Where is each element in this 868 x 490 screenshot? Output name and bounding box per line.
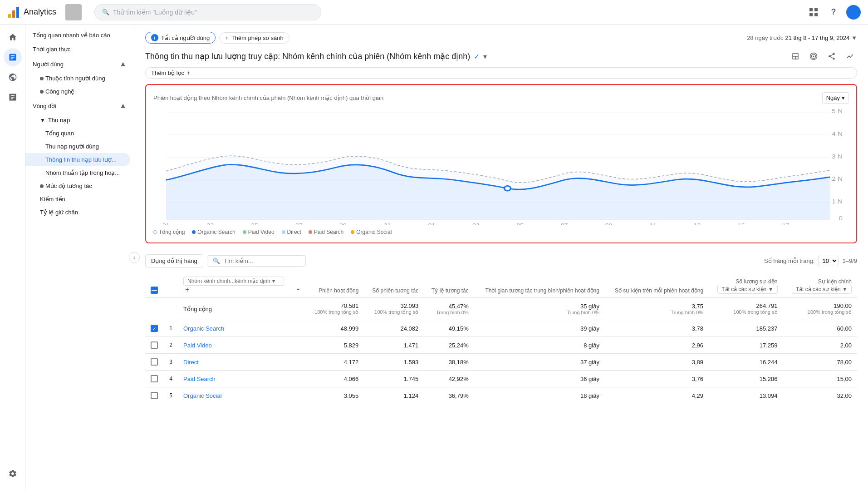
- row-link-5[interactable]: Organic Social: [183, 392, 222, 399]
- td-events-4: 15.286: [709, 371, 783, 387]
- svg-text:5 N: 5 N: [832, 109, 843, 114]
- row-checkbox-5[interactable]: [151, 392, 158, 399]
- chart-legend: Tổng cộng Organic Search Paid Video Dire…: [153, 229, 849, 235]
- select-all-checkbox[interactable]: —: [151, 287, 158, 294]
- td-checkbox-2[interactable]: [145, 337, 163, 354]
- settings-nav-item[interactable]: [4, 465, 22, 483]
- td-eps-4: 3,76: [605, 371, 709, 387]
- th-engagement-rate[interactable]: Tỷ lệ tương tác: [424, 273, 474, 298]
- apps-grid-button[interactable]: [806, 5, 821, 20]
- chart-toggle-button[interactable]: [843, 49, 857, 64]
- td-sessions-2: 5.829: [307, 337, 364, 354]
- analytics-logo-icon: [7, 6, 20, 19]
- add-column-icon[interactable]: +: [185, 286, 189, 293]
- expand-users-icon: ▲: [119, 60, 127, 68]
- sidebar-section-lifecycle[interactable]: Vòng đời ▲: [25, 98, 134, 114]
- event-count-selector[interactable]: Tất cả các sự kiện ▼: [717, 285, 777, 294]
- sidebar-item-user-attributes[interactable]: Thuộc tính người dùng: [25, 72, 130, 85]
- page-title-text: Thông tin thu nạp lưu lượng truy cập: Nh…: [145, 51, 470, 61]
- legend-organic-social[interactable]: Organic Social: [351, 229, 392, 235]
- row-checkbox-2[interactable]: [151, 342, 158, 349]
- row-checkbox-3[interactable]: [151, 358, 158, 366]
- sidebar-item-traffic-acquisition[interactable]: Thông tin thu nạp lưu lượ...: [25, 153, 130, 166]
- th-avg-engagement-time[interactable]: Thời gian tương tác trung bình/phiên hoạ…: [474, 273, 605, 298]
- add-icon: +: [225, 35, 229, 41]
- sidebar-section-users[interactable]: Người dùng ▲: [25, 56, 134, 72]
- title-actions: [788, 49, 857, 64]
- sidebar-item-engagement[interactable]: Mức độ tương tác: [25, 179, 130, 193]
- sidebar-item-overview[interactable]: Tổng quan nhanh về báo cáo: [25, 28, 130, 42]
- verified-icon: ✓: [474, 52, 480, 61]
- filter-label: Thêm bộ lọc: [151, 69, 184, 76]
- legend-paid-search[interactable]: Paid Search: [309, 229, 343, 235]
- td-sessions-5: 3.055: [307, 387, 364, 404]
- explore-nav-item[interactable]: [4, 68, 22, 86]
- row-link-2[interactable]: Paid Video: [183, 342, 212, 349]
- table-row: 4 Paid Search 4.066 1.745 42,92% 36 giây…: [145, 371, 857, 387]
- home-nav-item[interactable]: [4, 28, 22, 46]
- svg-text:03: 03: [472, 223, 480, 225]
- svg-text:3 N: 3 N: [832, 153, 843, 159]
- add-compare-button[interactable]: + Thêm phép so sánh: [219, 32, 289, 44]
- row-link-4[interactable]: Paid Search: [183, 376, 216, 382]
- add-filter-button[interactable]: Thêm bộ lọc +: [145, 67, 857, 79]
- legend-direct-icon: [282, 230, 285, 234]
- bullet-icon: [40, 77, 44, 80]
- settings-icon-btn[interactable]: [4, 465, 22, 483]
- legend-direct[interactable]: Direct: [282, 229, 301, 235]
- sidebar-item-monetization[interactable]: Kiếm tiền: [25, 193, 130, 206]
- th-event-count[interactable]: Số lượng sự kiện Tất cả các sự kiện ▼: [709, 273, 783, 298]
- td-sessions-3: 4.172: [307, 354, 364, 371]
- bar-chart-button[interactable]: Dựng đồ thị hàng: [145, 254, 203, 267]
- legend-paid-video[interactable]: Paid Video: [243, 229, 275, 235]
- td-checkbox-5[interactable]: [145, 387, 163, 404]
- date-range-picker[interactable]: 28 ngày trước 21 thg 8 - 17 thg 9, 2024 …: [747, 35, 857, 41]
- target-icon-button[interactable]: [806, 49, 821, 64]
- search-bar[interactable]: 🔍 Thử tìm kiếm "Luồng dữ liệu": [94, 4, 321, 20]
- th-sessions[interactable]: Phiên hoạt động: [307, 273, 364, 298]
- row-link-1[interactable]: Organic Search: [183, 325, 224, 332]
- sidebar-item-retention[interactable]: Tỷ lệ giữ chân: [25, 206, 130, 219]
- all-users-chip[interactable]: i Tất cả người dùng: [145, 32, 216, 44]
- legend-organic-search[interactable]: Organic Search: [192, 229, 235, 235]
- page-title: Thông tin thu nạp lưu lượng truy cập: Nh…: [145, 51, 487, 61]
- svg-rect-0: [8, 14, 11, 18]
- row-checkbox-4[interactable]: [151, 375, 158, 382]
- legend-total[interactable]: Tổng cộng: [153, 229, 185, 235]
- sidebar-collapse-button[interactable]: ‹: [129, 252, 140, 263]
- reports-nav-item[interactable]: [4, 48, 22, 66]
- sidebar-item-technology[interactable]: Công nghệ: [25, 85, 130, 98]
- td-checkbox-3[interactable]: [145, 354, 163, 371]
- account-selector[interactable]: [65, 4, 82, 20]
- td-spacer-2: [289, 337, 307, 354]
- th-engaged-sessions[interactable]: Số phiên tương tác: [364, 273, 424, 298]
- title-dropdown-icon[interactable]: ▾: [483, 52, 487, 61]
- sidebar-item-overview-sub[interactable]: Tổng quan: [25, 127, 130, 140]
- compare-view-button[interactable]: [788, 49, 803, 64]
- share-button[interactable]: [824, 49, 839, 64]
- td-label-3: Direct: [178, 354, 289, 371]
- date-prefix: 28 ngày trước: [747, 35, 783, 41]
- sidebar-item-user-acquisition[interactable]: Thu nạp người dùng: [25, 140, 130, 153]
- row-checkbox-1[interactable]: ✓: [151, 325, 158, 332]
- filter-plus-icon: +: [187, 69, 191, 76]
- table-search-input[interactable]: [224, 257, 300, 264]
- sidebar-item-cohort[interactable]: Nhóm thuần tập trong hoạ...: [25, 166, 130, 179]
- td-total-event-count: 264.791 100% trong tổng số: [709, 298, 783, 320]
- th-key-events[interactable]: Sự kiện chính Tất cả các sự kiện ▼: [783, 273, 857, 298]
- sidebar-item-acquisition[interactable]: ▼ Thu nạp: [25, 114, 130, 127]
- column-group-selector[interactable]: Nhóm kênh chính...kênh mặc định ▾: [183, 277, 284, 286]
- chart-period-select[interactable]: Ngày ▾: [822, 92, 849, 104]
- advertising-nav-item[interactable]: [4, 88, 22, 106]
- rows-per-page-select[interactable]: 10 25 50: [818, 256, 839, 266]
- td-checkbox-4[interactable]: [145, 371, 163, 387]
- th-events-per-session[interactable]: Số sự kiện trên mỗi phiên hoạt động: [605, 273, 709, 298]
- user-avatar[interactable]: [846, 5, 861, 20]
- help-button[interactable]: ?: [826, 5, 841, 20]
- key-events-selector[interactable]: Tất cả các sự kiện ▼: [792, 285, 852, 294]
- table-search-bar[interactable]: 🔍: [207, 255, 306, 267]
- svg-text:07: 07: [561, 223, 568, 225]
- row-link-3[interactable]: Direct: [183, 359, 199, 366]
- sidebar-item-realtime[interactable]: Thời gian thực: [25, 42, 130, 56]
- td-checkbox-1[interactable]: ✓: [145, 320, 163, 337]
